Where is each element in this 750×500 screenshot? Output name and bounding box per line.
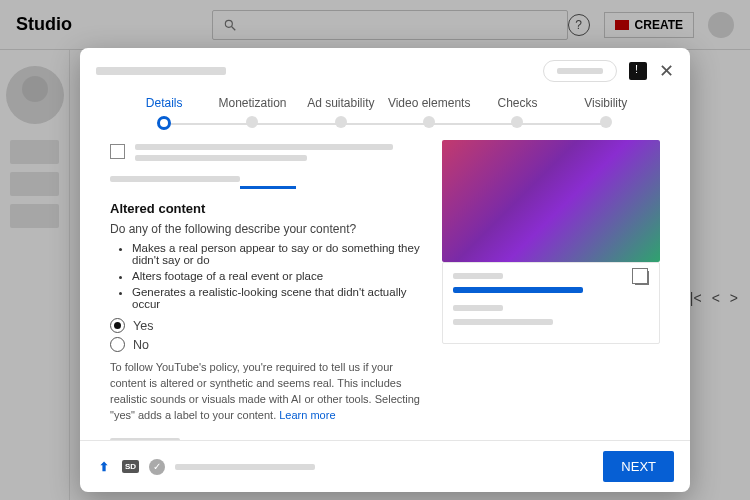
list-item: Alters footage of a real event or place: [132, 270, 422, 282]
dialog-header: ✕: [80, 48, 690, 90]
step-ad-suitability[interactable]: Ad suitability: [297, 96, 385, 128]
upload-icon: ⬆: [96, 459, 112, 475]
radio-icon: [110, 318, 125, 333]
altered-content-heading: Altered content: [110, 201, 422, 216]
option-row: [110, 144, 422, 166]
radio-no[interactable]: No: [110, 337, 422, 352]
sd-badge: SD: [122, 460, 139, 473]
video-link[interactable]: [453, 287, 583, 293]
feedback-icon[interactable]: [629, 62, 647, 80]
list-item: Makes a real person appear to say or do …: [132, 242, 422, 266]
check-icon: ✓: [149, 459, 165, 475]
step-visibility[interactable]: Visibility: [562, 96, 650, 128]
stepper: Details Monetization Ad suitability Vide…: [80, 90, 690, 134]
save-draft-button[interactable]: [543, 60, 617, 82]
altered-content-list: Makes a real person appear to say or do …: [110, 242, 422, 310]
altered-content-question: Do any of the following describe your co…: [110, 222, 422, 236]
video-title-placeholder: [96, 67, 226, 75]
step-monetization[interactable]: Monetization: [208, 96, 296, 128]
policy-text: To follow YouTube's policy, you're requi…: [110, 360, 422, 424]
video-link-card: [442, 262, 660, 344]
list-item: Generates a realistic-looking scene that…: [132, 286, 422, 310]
dialog-footer: ⬆ SD ✓ NEXT: [80, 440, 690, 492]
radio-icon: [110, 337, 125, 352]
next-button[interactable]: NEXT: [603, 451, 674, 482]
video-thumbnail[interactable]: [442, 140, 660, 262]
copy-icon[interactable]: [635, 271, 649, 285]
close-icon[interactable]: ✕: [659, 60, 674, 82]
checkbox[interactable]: [110, 144, 125, 159]
radio-yes[interactable]: Yes: [110, 318, 422, 333]
active-tab-indicator: [240, 186, 296, 189]
upload-dialog: ✕ Details Monetization Ad suitability Vi…: [80, 48, 690, 492]
step-details[interactable]: Details: [120, 96, 208, 130]
step-video-elements[interactable]: Video elements: [385, 96, 473, 128]
learn-more-link[interactable]: Learn more: [279, 409, 335, 421]
step-checks[interactable]: Checks: [473, 96, 561, 128]
upload-status: [175, 464, 315, 470]
